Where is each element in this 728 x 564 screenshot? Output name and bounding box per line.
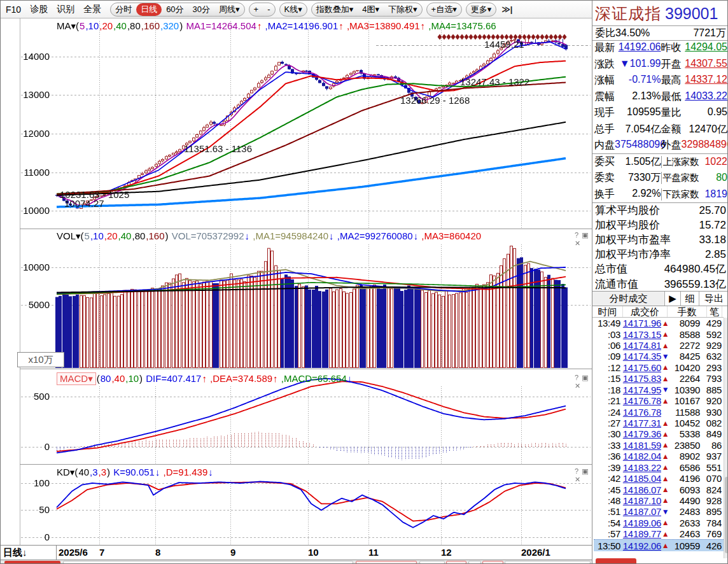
quote-label: 下跌家数 <box>663 188 699 201</box>
quote-value[interactable]: 14033.22 <box>685 90 727 104</box>
tick-row[interactable]: :1214175.60▲10420293 <box>594 362 724 373</box>
tick-row[interactable]: 13:4914171.96▲8099429 <box>594 318 724 328</box>
bottom-red-tab[interactable] <box>596 558 636 564</box>
quote-value: 329884896 <box>682 139 728 152</box>
period-daily-button[interactable]: 日线 <box>136 3 162 16</box>
stat-row: 加权平均市盈率33.18 <box>595 232 726 247</box>
collapse-toolbar-icon[interactable]: ≫| <box>501 4 512 14</box>
quote-row: 委买1.505亿上涨家数1022 <box>594 154 727 171</box>
quote-value: 1819 <box>704 188 727 201</box>
tick-list[interactable]: 13:4914171.96▲8099429:0314173.15▲8588592… <box>594 318 724 551</box>
header-segment: MA1=14264.504 <box>186 20 256 31</box>
macd-pane-icons[interactable]: ? ▣ ✕ <box>575 374 592 390</box>
tick-scrollbar[interactable] <box>724 318 728 558</box>
tick-row[interactable]: :0914174.35▼8425632 <box>594 351 724 362</box>
menu-diagnose[interactable]: 诊股 <box>30 4 48 15</box>
tick-row[interactable]: :4814187.10▲4490928 <box>594 495 724 506</box>
zoom-in-button[interactable]: + <box>249 4 263 15</box>
header-segment: K=90.051 <box>113 467 155 477</box>
stock-title[interactable]: 深证成指399001 <box>595 3 718 24</box>
tick-row[interactable]: :3314181.59▲2385086 <box>594 440 724 451</box>
month-label: 2026/1 <box>521 547 550 558</box>
quote-label: 涨幅 <box>594 74 615 87</box>
tick-row[interactable]: :3614182.04▲8902937 <box>594 451 724 462</box>
weibi-row: 委比34.50% 7721万 <box>595 27 726 40</box>
zoom-out-button[interactable]: - <box>263 4 274 15</box>
quote-value[interactable]: 14294.05 <box>685 41 727 55</box>
index-overlay-dropdown[interactable]: 指数叠加▾ <box>312 3 358 16</box>
tick-row[interactable]: :1814174.95▼10390885 <box>594 384 724 395</box>
tick-row[interactable]: :5714189.77▲2463769 <box>594 528 724 539</box>
scrollbar-thumb[interactable] <box>4 561 60 564</box>
axis-tick-label: 14000 <box>1 51 50 62</box>
header-segment: ,320 <box>160 20 179 31</box>
tick-row[interactable]: :4514186.07▲6093824 <box>594 484 724 495</box>
ma-indicator-header[interactable]: MA▾(5,10,20,40,80,160,320) MA1=14264.504… <box>57 20 497 32</box>
axis-tick-label: 0 <box>1 532 50 542</box>
quote-label: 上涨家数 <box>663 156 699 168</box>
tick-row[interactable]: :2414176.7811588930 <box>594 406 724 417</box>
kd-indicator-header[interactable]: KD▾(40,3,3) K=90.051↓ ,D=91.439↓ <box>57 467 214 478</box>
chart-annotation: 13247.43 - 1322 <box>460 76 529 87</box>
macd-label-box[interactable]: MACD▾ <box>57 372 96 385</box>
header-segment: ,160 <box>146 230 164 241</box>
tick-row[interactable]: :5414189.06▲2633784 <box>594 518 724 528</box>
kd-pane-icons[interactable]: ? ▣ ✕ <box>575 467 592 484</box>
tick-row[interactable]: :1514175.83▲2264793 <box>594 373 724 384</box>
quote-value: 109595 <box>627 106 661 120</box>
tick-scrollbar-thumb[interactable] <box>725 477 728 553</box>
tick-row[interactable]: :2714177.31▲10452082 <box>594 418 724 428</box>
quote-value[interactable]: 14307.55 <box>685 58 727 71</box>
header-segment: ,10 <box>90 230 104 241</box>
menu-panorama[interactable]: 全景 <box>83 4 101 15</box>
menu-recognize[interactable]: 识别 <box>57 4 74 15</box>
up-tick-icon: ▲ <box>661 474 669 483</box>
quote-value[interactable]: 14337.12 <box>685 74 727 87</box>
tick-row[interactable]: :0314173.15▲8588592 <box>594 328 724 339</box>
header-segment: ↓ <box>155 467 160 477</box>
zoom-button-group: + - <box>249 3 276 17</box>
period-weekly-dropdown[interactable]: 周线▾ <box>214 3 244 16</box>
up-tick-icon: ▲ <box>661 330 669 339</box>
period-minute-button[interactable]: 分时 <box>111 3 136 16</box>
tick-row[interactable]: :3914183.22▲6586551 <box>594 462 724 472</box>
tick-row[interactable]: :0614174.81▲2272929 <box>594 340 724 351</box>
header-segment: ↑ <box>421 20 426 31</box>
menu-f10[interactable]: F10 <box>6 4 21 15</box>
stat-row: 加权平均市净率2.85 <box>595 247 726 262</box>
vol-pane-icons[interactable]: ? ▣ ✕ <box>575 231 592 248</box>
period-30min-button[interactable]: 30分 <box>188 3 214 16</box>
header-segment: ,20 <box>104 230 118 241</box>
header-segment: ) <box>107 467 113 477</box>
kline-style-dropdown[interactable]: K线▾ <box>280 3 307 16</box>
up-tick-icon: ▲ <box>661 341 669 350</box>
tab-detail[interactable]: 细 <box>681 292 699 306</box>
period-60min-button[interactable]: 60分 <box>162 3 188 16</box>
horizontal-scrollbar[interactable] <box>1 560 592 564</box>
tick-row[interactable]: :4214185.04▲4196070 <box>594 473 724 484</box>
tick-row[interactable]: :2114176.78▲10167920 <box>594 395 724 406</box>
quote-value[interactable]: 14192.06 <box>619 41 661 55</box>
vol-indicator-header[interactable]: VOL▾(5,10,20,40,80,160) VOL=705372992↓ ,… <box>57 230 482 242</box>
kline-chart-canvas[interactable] <box>20 18 592 560</box>
tick-row[interactable]: :3014179.36▲5338849 <box>594 428 724 439</box>
header-segment: VOL=705372992 <box>172 230 244 241</box>
header-segment: ↓ <box>329 230 334 241</box>
tick-row[interactable]: :5114187.07▼2483895 <box>594 506 724 517</box>
four-chart-dropdown[interactable]: 4图▾ <box>358 3 384 16</box>
month-label: 2025/6 <box>59 547 88 558</box>
tab-tick-trades[interactable]: 分时成交 <box>592 292 665 306</box>
add-favorite-dropdown[interactable]: +自选▾ <box>427 3 461 16</box>
period-indicator[interactable]: 日线↓ <box>1 546 57 560</box>
stock-code: 399001 <box>665 4 718 22</box>
header-segment: ↑ <box>339 20 344 31</box>
more-dropdown[interactable]: 更多▾ <box>466 3 496 16</box>
export-button[interactable]: 导出 <box>699 292 728 306</box>
macd-indicator-header[interactable]: MACD▾(80,40,10) DIF=407.417↑ ,DEA=374.58… <box>57 372 353 385</box>
exright-dropdown[interactable]: 下除权▾ <box>384 3 422 16</box>
chart-annotation: 10074.27 <box>64 198 104 209</box>
header-segment: DIF=407.417 <box>146 373 201 384</box>
tick-row[interactable]: 13:5014192.06▲10959426 <box>594 539 724 551</box>
play-icon[interactable]: ▶ <box>665 292 681 306</box>
chart-annotation: 14459.21 <box>484 39 524 50</box>
